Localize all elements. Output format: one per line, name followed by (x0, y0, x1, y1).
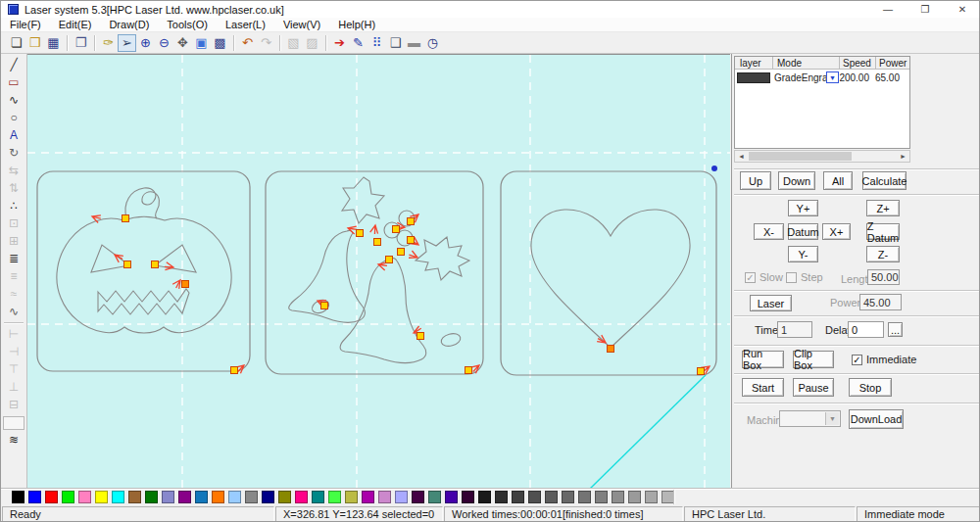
draw-node-icon[interactable]: ✎ (349, 34, 368, 52)
palette-color[interactable] (162, 491, 174, 503)
palette-color[interactable] (195, 491, 208, 503)
undo-icon[interactable]: ↶ (238, 34, 257, 52)
immediate-checkbox[interactable]: ✓ Immediate (852, 354, 916, 365)
down-button[interactable]: Down (778, 171, 815, 190)
download-button[interactable]: DownLoad (849, 409, 904, 429)
palette-color[interactable] (545, 491, 558, 503)
power-field[interactable]: 45.00 (859, 294, 902, 310)
run-box-button[interactable]: Run Box (742, 351, 784, 368)
menu-edit[interactable]: Edit(E) (50, 19, 101, 30)
palette-color[interactable] (428, 491, 441, 503)
clip-box-button[interactable]: Clip Box (793, 351, 834, 368)
z-minus-button[interactable]: Z- (866, 246, 900, 262)
palette-color[interactable] (45, 491, 58, 503)
align-center-icon[interactable]: ⊟ (3, 396, 24, 413)
menu-tools[interactable]: Tools(O) (158, 19, 217, 30)
layers-icon[interactable]: ≋ (3, 431, 24, 449)
zoom-in-icon[interactable]: ⊕ (136, 34, 155, 52)
menu-laser[interactable]: Laser(L) (217, 19, 274, 30)
calculate-button[interactable]: Calculate (862, 171, 906, 190)
minimize-icon[interactable]: — (869, 1, 906, 18)
laser-button[interactable]: Laser (750, 295, 792, 311)
scroll-right-icon[interactable]: ► (897, 151, 909, 162)
save-file-icon[interactable]: ▦ (44, 34, 63, 52)
palette-color[interactable] (128, 491, 141, 503)
export-icon[interactable]: ❐ (72, 34, 90, 52)
combo-arrow-icon[interactable]: ▼ (825, 412, 839, 425)
palette-color[interactable] (245, 491, 258, 503)
palette-color[interactable] (562, 491, 574, 503)
z-plus-button[interactable]: Z+ (866, 200, 900, 216)
layer-speed-value[interactable]: 200.00 (833, 72, 869, 83)
all-button[interactable]: All (823, 171, 853, 190)
menu-file[interactable]: File(F) (1, 19, 50, 30)
palette-color[interactable] (78, 491, 91, 503)
palette-color[interactable] (512, 491, 524, 503)
palette-color[interactable] (212, 491, 224, 503)
zoom-out-icon[interactable]: ⊖ (155, 34, 173, 52)
times-field[interactable]: 1 (777, 321, 812, 338)
x-plus-button[interactable]: X+ (822, 223, 851, 240)
palette-color[interactable] (395, 491, 408, 503)
work-timer-icon[interactable]: ◷ (423, 34, 442, 52)
palette-color[interactable] (578, 491, 591, 503)
display-box-icon[interactable]: ▣ (192, 34, 211, 52)
ellipse-tool-icon[interactable]: ○ (3, 109, 24, 126)
step-checkbox[interactable]: Step (786, 271, 823, 283)
palette-color[interactable] (612, 491, 624, 503)
curve-tool-icon[interactable]: ∿ (3, 91, 24, 109)
palette-color[interactable] (328, 491, 341, 503)
fence-tool-icon[interactable]: ≡ (3, 267, 24, 285)
layer-table[interactable]: layer Mode Speed Power GradeEngrave ▼ 20… (734, 56, 910, 149)
fit-screen-icon[interactable]: ▩ (211, 34, 229, 52)
ramp-tool-icon[interactable]: ≈ (3, 285, 24, 303)
y-minus-button[interactable]: Y- (788, 246, 818, 262)
stop-button[interactable]: Stop (849, 378, 892, 397)
palette-color[interactable] (378, 491, 391, 503)
align-left-icon[interactable]: ⊢ (3, 325, 24, 343)
z-datum-button[interactable]: Z Datum (866, 223, 900, 240)
mirror-h-tool-icon[interactable]: ⇆ (3, 162, 24, 179)
scrollbar-thumb[interactable] (749, 152, 852, 161)
output-arrow-icon[interactable]: ➔ (330, 34, 349, 52)
palette-color[interactable] (478, 491, 491, 503)
rotate-tool-icon[interactable]: ↻ (3, 144, 24, 162)
delay-field[interactable]: 0 (848, 321, 884, 338)
scroll-left-icon[interactable]: ◄ (735, 151, 748, 162)
length-field[interactable]: 50.00 (867, 269, 900, 285)
palette-color[interactable] (462, 491, 474, 503)
palette-color[interactable] (628, 491, 641, 503)
more-button[interactable]: ... (888, 322, 903, 337)
x-minus-button[interactable]: X- (754, 223, 784, 240)
palette-color[interactable] (228, 491, 241, 503)
data-list-icon[interactable]: ⠿ (368, 34, 386, 52)
line-tool-icon[interactable]: ╱ (3, 56, 24, 73)
palette-color[interactable] (345, 491, 358, 503)
new-file-icon[interactable]: ❏ (7, 34, 25, 52)
datum-button[interactable]: Datum (788, 223, 818, 240)
palette-color[interactable] (295, 491, 308, 503)
group-icon[interactable]: ▧ (284, 34, 303, 52)
palette-color[interactable] (278, 491, 291, 503)
ungroup-icon[interactable]: ▨ (303, 34, 321, 52)
node-edit-tool-icon[interactable]: ∴ (3, 197, 24, 214)
open-file-icon[interactable]: ❒ (25, 34, 44, 52)
brush-icon[interactable]: ✑ (99, 34, 118, 52)
preview-page-icon[interactable]: ❑ (386, 34, 405, 52)
close-icon[interactable]: ✕ (944, 1, 980, 18)
select-tool-icon[interactable]: ➢ (118, 34, 136, 52)
palette-color[interactable] (112, 491, 124, 503)
redo-icon[interactable]: ↷ (257, 34, 275, 52)
palette-color[interactable] (262, 491, 274, 503)
palette-color[interactable] (178, 491, 191, 503)
menu-draw[interactable]: Draw(D) (100, 19, 158, 30)
restore-icon[interactable]: ❐ (906, 1, 944, 18)
layer-color-swatch[interactable] (737, 72, 770, 83)
palette-color[interactable] (312, 491, 324, 503)
path-ruler-icon[interactable]: ▬ (405, 34, 423, 52)
align-top-icon[interactable]: ⊤ (3, 360, 24, 378)
align-right-icon[interactable]: ⊣ (3, 343, 24, 360)
palette-color[interactable] (445, 491, 458, 503)
palette-color[interactable] (495, 491, 508, 503)
palette-color[interactable] (95, 491, 108, 503)
